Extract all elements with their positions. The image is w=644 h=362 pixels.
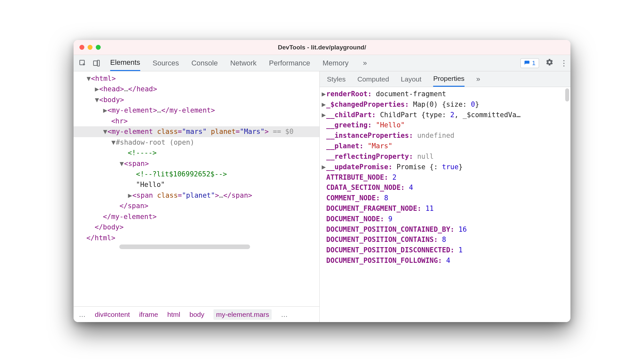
main-tabstrip: Elements Sources Console Network Perform… xyxy=(74,55,570,71)
breadcrumb-overflow-right[interactable]: … xyxy=(281,311,288,318)
dom-node[interactable]: </span> xyxy=(74,201,319,211)
property-row[interactable]: __instanceProperties: undefined xyxy=(321,131,568,141)
breadcrumb-item-active[interactable]: my-element.mars xyxy=(213,309,272,320)
tab-elements[interactable]: Elements xyxy=(110,55,140,71)
horizontal-scrollbar[interactable] xyxy=(119,244,310,249)
tab-sources[interactable]: Sources xyxy=(153,56,179,71)
more-subtabs-icon[interactable]: » xyxy=(476,75,480,83)
sidebar-tabs: Styles Computed Layout Properties » xyxy=(320,71,570,87)
subtab-styles[interactable]: Styles xyxy=(327,72,346,86)
expand-icon[interactable]: ▼ xyxy=(119,159,124,169)
expand-icon[interactable]: ▶ xyxy=(322,100,326,110)
svg-rect-2 xyxy=(97,60,99,66)
expand-icon[interactable]: ▶ xyxy=(103,105,108,115)
more-options-icon[interactable]: ⋮ xyxy=(560,59,568,68)
elements-panel: ▼<html> ▶<head>…</head> ▼<body> ▶<my-ele… xyxy=(74,71,320,322)
device-toolbar-icon[interactable] xyxy=(92,59,101,68)
dom-node[interactable]: ▼<span> xyxy=(74,158,319,169)
property-row[interactable]: __planet: "Mars" xyxy=(321,141,568,152)
content-split: ▼<html> ▶<head>…</head> ▼<body> ▶<my-ele… xyxy=(74,71,570,322)
sidebar-panel: Styles Computed Layout Properties » ▶ren… xyxy=(320,71,570,322)
more-tabs-icon[interactable]: » xyxy=(363,59,367,67)
main-tabs: Elements Sources Console Network Perform… xyxy=(110,55,348,71)
tab-memory[interactable]: Memory xyxy=(323,56,348,71)
property-row[interactable]: __reflectingProperty: null xyxy=(321,152,568,162)
expand-icon[interactable]: ▶ xyxy=(322,110,326,120)
subtab-layout[interactable]: Layout xyxy=(401,72,421,86)
properties-list[interactable]: ▶renderRoot: document-fragment▶_$changed… xyxy=(320,87,570,322)
window-title: DevTools - lit.dev/playground/ xyxy=(74,44,570,51)
dom-node[interactable]: ▼#shadow-root (open) xyxy=(74,137,319,148)
expand-icon[interactable]: ▶ xyxy=(128,190,132,200)
traffic-lights xyxy=(79,45,101,50)
dom-node[interactable]: ▶<span class="planet">…</span> xyxy=(74,190,319,201)
dom-node[interactable]: </html> xyxy=(74,233,319,243)
property-row[interactable]: DOCUMENT_POSITION_CONTAINS: 8 xyxy=(321,235,568,245)
property-row[interactable]: ATTRIBUTE_NODE: 2 xyxy=(321,172,568,183)
issues-badge[interactable]: 1 xyxy=(520,58,539,68)
expand-icon[interactable]: ▶ xyxy=(322,89,326,99)
breadcrumb: … div#content iframe html body my-elemen… xyxy=(74,306,319,322)
dom-node[interactable]: </body> xyxy=(74,222,319,232)
settings-icon[interactable] xyxy=(546,58,553,68)
vertical-scrollbar[interactable] xyxy=(565,88,569,101)
property-row[interactable]: ▶__updatePromise: Promise {: true} xyxy=(321,162,568,172)
dom-node[interactable]: ▼<body> xyxy=(74,95,319,105)
dom-node[interactable]: </my-element> xyxy=(74,211,319,222)
breadcrumb-overflow-left[interactable]: … xyxy=(79,311,86,318)
breadcrumb-item[interactable]: body xyxy=(189,311,204,318)
property-row[interactable]: DOCUMENT_POSITION_CONTAINED_BY: 16 xyxy=(321,225,568,235)
property-row[interactable]: DOCUMENT_FRAGMENT_NODE: 11 xyxy=(321,204,568,214)
tab-performance[interactable]: Performance xyxy=(269,56,310,71)
breadcrumb-item[interactable]: div#content xyxy=(95,311,130,318)
breadcrumb-item[interactable]: html xyxy=(167,311,180,318)
property-row[interactable]: ▶_$changedProperties: Map(0) {size: 0} xyxy=(321,100,568,110)
dom-node[interactable]: <!--?lit$106992652$--> xyxy=(74,169,319,179)
minimize-window-button[interactable] xyxy=(88,45,93,50)
property-row[interactable]: ▶__childPart: ChildPart {type: 2, _$comm… xyxy=(321,110,568,120)
dom-node[interactable]: <!----> xyxy=(74,148,319,158)
dom-node[interactable]: ▼<html> xyxy=(74,73,319,84)
expand-icon[interactable]: ▶ xyxy=(95,84,99,94)
tab-network[interactable]: Network xyxy=(230,56,257,71)
inspect-element-icon[interactable] xyxy=(78,59,87,68)
property-row[interactable]: DOCUMENT_POSITION_DISCONNECTED: 1 xyxy=(321,245,568,256)
dom-node[interactable]: "Hello" xyxy=(74,179,319,190)
close-window-button[interactable] xyxy=(79,45,84,50)
dom-node[interactable]: <hr> xyxy=(74,116,319,126)
property-row[interactable]: COMMENT_NODE: 8 xyxy=(321,193,568,204)
expand-icon[interactable]: ▼ xyxy=(103,127,108,136)
maximize-window-button[interactable] xyxy=(96,45,101,50)
svg-rect-1 xyxy=(93,61,97,65)
expand-icon[interactable]: ▼ xyxy=(86,74,91,83)
titlebar: DevTools - lit.dev/playground/ xyxy=(74,40,570,55)
dom-node[interactable]: ▶<my-element>…</my-element> xyxy=(74,105,319,116)
devtools-window: DevTools - lit.dev/playground/ Elements … xyxy=(74,40,570,322)
subtab-computed[interactable]: Computed xyxy=(357,72,389,86)
dom-node[interactable]: ▶<head>…</head> xyxy=(74,84,319,94)
expand-icon[interactable]: ▼ xyxy=(111,137,116,147)
expand-icon[interactable]: ▼ xyxy=(95,95,99,105)
property-row[interactable]: __greeting: "Hello" xyxy=(321,120,568,131)
property-row[interactable]: DOCUMENT_POSITION_FOLLOWING: 4 xyxy=(321,256,568,266)
subtab-properties[interactable]: Properties xyxy=(433,71,465,87)
property-row[interactable]: CDATA_SECTION_NODE: 4 xyxy=(321,183,568,193)
tab-console[interactable]: Console xyxy=(191,56,218,71)
property-row[interactable]: DOCUMENT_NODE: 9 xyxy=(321,214,568,225)
breadcrumb-item[interactable]: iframe xyxy=(139,311,158,318)
expand-icon[interactable]: ▶ xyxy=(322,162,326,172)
dom-tree[interactable]: ▼<html> ▶<head>…</head> ▼<body> ▶<my-ele… xyxy=(74,71,319,306)
issues-count: 1 xyxy=(532,60,535,67)
property-row[interactable]: ▶renderRoot: document-fragment xyxy=(321,89,568,100)
dom-node-selected[interactable]: ▼<my-element class="mars" planet="Mars">… xyxy=(74,126,319,137)
